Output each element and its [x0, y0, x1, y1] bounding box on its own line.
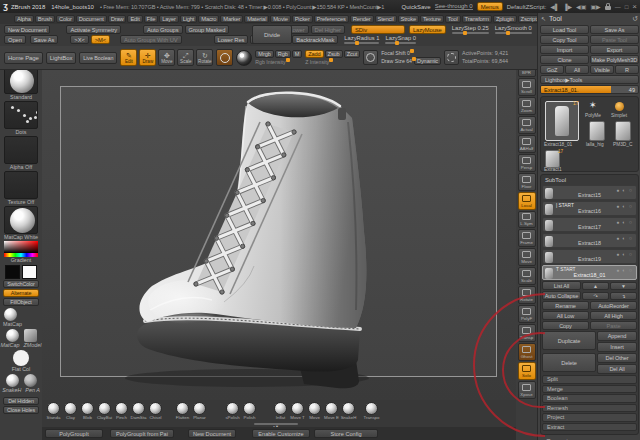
right-shelf-actual[interactable]: Actual — [518, 116, 536, 134]
divide-button[interactable]: Divide — [252, 25, 292, 44]
current-alpha-thumbnail[interactable] — [4, 136, 38, 164]
paste-doc-icon[interactable]: ▣▶ — [590, 3, 600, 10]
tool-r[interactable]: R — [615, 65, 639, 74]
right-shelf-xpose[interactable]: Xpose — [518, 381, 536, 399]
bottom-tab-polygroupit[interactable]: PolyGroupIt — [45, 429, 103, 438]
matcap-thumbnail-1[interactable] — [4, 308, 17, 321]
menu-marker[interactable]: Marker — [220, 15, 243, 23]
sculpt-mode-zcut[interactable]: Zcut — [344, 50, 360, 58]
right-shelf-transp[interactable]: Transp — [518, 324, 536, 342]
right-shelf-scroll[interactable]: Scroll — [518, 78, 536, 96]
right-shelf-frame[interactable]: Frame — [518, 229, 536, 247]
palette-geometry[interactable]: Geometry — [538, 435, 640, 440]
duplicate-button[interactable]: Duplicate — [542, 331, 596, 350]
subtool-down-icon[interactable]: ▼ — [610, 282, 637, 290]
lightbox-tools-button[interactable]: Lightbox▶Tools — [540, 75, 639, 84]
tool-copy-tool[interactable]: Copy Tool — [540, 35, 589, 44]
tray-brush-clay[interactable]: Clay — [63, 402, 78, 420]
minimize-button[interactable]: — — [615, 4, 621, 10]
matcap-thumbnail-2[interactable] — [6, 329, 19, 342]
section-merge[interactable]: Merge — [542, 385, 637, 394]
expand-arrow-icon[interactable]: ↴ — [610, 292, 637, 300]
home-page-button[interactable]: Home Page — [4, 52, 43, 64]
z-intensity-slider[interactable]: Z Intensity — [305, 59, 360, 65]
subtool-row[interactable]: ● ◐ ○Extract18 — [542, 233, 637, 248]
right-shelf-persp[interactable]: Persp — [518, 154, 536, 172]
main-color-swatch[interactable] — [5, 265, 20, 279]
copy-doc-icon[interactable]: ◀▣ — [576, 3, 586, 10]
next-doc-icon[interactable]: ▐▶ — [563, 3, 572, 10]
mode-rotate-button[interactable]: ↻Rotate — [196, 49, 213, 66]
pick-icon[interactable]: ↖ — [541, 15, 546, 22]
right-shelf-ghost[interactable]: Ghost — [518, 343, 536, 361]
shelf-button--x-[interactable]: >X< — [70, 35, 88, 44]
sculpt-mode-zadd[interactable]: Zadd — [305, 50, 323, 58]
shelf-slider-sdiv[interactable]: SDiv — [351, 25, 405, 34]
menu-edit[interactable]: Edit — [127, 15, 142, 23]
shelf-button-new-document[interactable]: New Document — [4, 25, 50, 34]
menu-draw[interactable]: Draw — [108, 15, 127, 23]
right-shelf-polyf[interactable]: PolyF — [518, 305, 536, 323]
menu-preferences[interactable]: Preferences — [314, 15, 349, 23]
menu-brush[interactable]: Brush — [35, 15, 55, 23]
menu-picker[interactable]: Picker — [292, 15, 313, 23]
tray-brush-blob[interactable]: Blob — [80, 402, 95, 420]
menu-macro[interactable]: Macro — [198, 15, 219, 23]
paint-mode-mrgb[interactable]: Mrgb — [255, 50, 273, 58]
quick-pick-thumb[interactable] — [589, 121, 605, 141]
switch-color-button[interactable]: SwitchColor — [3, 280, 39, 288]
del-other-button[interactable]: Del Other — [597, 353, 637, 363]
polymesh3d-icon[interactable]: ✶ — [589, 101, 597, 110]
tray-brush-transpo[interactable]: Transpo — [364, 402, 379, 420]
menu-light[interactable]: Light — [180, 15, 198, 23]
menu-texture[interactable]: Texture — [420, 15, 444, 23]
tray-brush-planar[interactable]: Planar — [192, 402, 207, 420]
right-shelf-lsym[interactable]: L.Sym — [518, 211, 536, 229]
symmetry-icon[interactable] — [444, 50, 459, 65]
tool-export[interactable]: Export — [590, 45, 639, 54]
subtool-row[interactable]: ● ◐ ○Extract17 — [542, 217, 637, 232]
shelf-button--m-[interactable]: >M< — [91, 35, 110, 44]
right-shelf-aahalf[interactable]: AAHalf — [518, 135, 536, 153]
tool-all[interactable]: All — [565, 65, 589, 74]
dynamic-toggle[interactable]: Dynamic — [414, 57, 441, 65]
subtool-rename[interactable]: Rename — [542, 301, 589, 310]
shelf-button-del-higher[interactable]: Del Higher — [311, 25, 345, 34]
section-extract[interactable]: Extract — [542, 423, 637, 432]
tray-brush-inflat[interactable]: Inflat — [273, 402, 288, 420]
section-boolean[interactable]: Boolean — [542, 394, 637, 403]
tray-brush-chisel[interactable]: Chisel — [148, 402, 163, 420]
right-shelf-local[interactable]: Local — [518, 192, 536, 210]
insert-button[interactable]: Insert — [597, 342, 637, 352]
tool-paste-tool[interactable]: Paste Tool — [590, 35, 639, 44]
simple-brush-icon[interactable] — [615, 102, 624, 111]
shelf-button-group-masked[interactable]: Group Masked — [185, 25, 230, 34]
secondary-color-swatch[interactable] — [22, 265, 37, 279]
shelf-button-lower-res[interactable]: Lower Res — [214, 35, 249, 44]
menu-stroke[interactable]: Stroke — [398, 15, 420, 23]
mode-edit-button[interactable]: ✎Edit — [120, 49, 137, 66]
menu-file[interactable]: File — [144, 15, 159, 23]
tool-clone[interactable]: Clone — [540, 55, 589, 64]
tray-brush-pinch[interactable]: Pinch — [114, 402, 129, 420]
append-button[interactable]: Append — [597, 331, 637, 341]
right-shelf-rotate[interactable]: Rotate — [518, 286, 536, 304]
active-tool-slider[interactable]: Extract18_01. 49 — [540, 85, 639, 94]
subtool-all-low[interactable]: All Low — [542, 311, 589, 320]
paint-mode-rgb[interactable]: Rgb — [275, 50, 291, 58]
current-texture-thumbnail[interactable] — [4, 171, 38, 199]
sculpt-mode-zsub[interactable]: Zsub — [325, 50, 343, 58]
paint-mode-m[interactable]: M — [292, 50, 303, 58]
tool-visible[interactable]: Visible — [590, 65, 614, 74]
shelf-slider-lazystep[interactable]: LazyStep 0.25 — [450, 25, 491, 34]
tray-brush-damsta[interactable]: DamSta — [131, 402, 146, 420]
tool-import[interactable]: Import — [540, 45, 589, 54]
del-all-button[interactable]: Del All — [597, 364, 637, 374]
collapse-arrow-icon[interactable]: ↷ — [582, 292, 609, 300]
maximize-button[interactable]: □ — [625, 4, 629, 10]
subtool-row[interactable]: ● ◐ ○Extract15 — [542, 185, 637, 200]
tray-brush-move-e[interactable]: Move E — [324, 402, 339, 420]
right-shelf-floor[interactable]: Floor — [518, 173, 536, 191]
shelf-slider-lazysmooth[interactable]: LazySmooth 0 — [493, 25, 534, 34]
right-shelf-move[interactable]: Move — [518, 248, 536, 266]
